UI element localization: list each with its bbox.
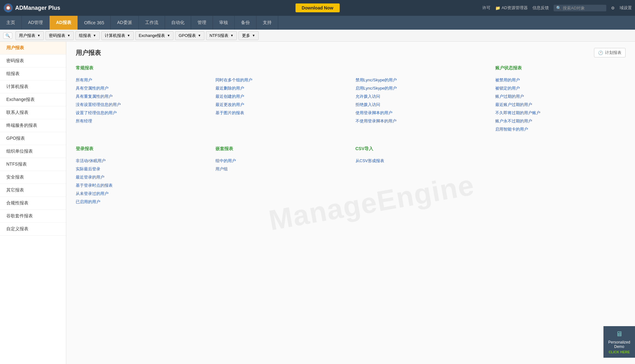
demo-label: PersonalizedDemo: [606, 340, 632, 349]
subnav-gpo-report[interactable]: GPO报表 ▼: [175, 31, 204, 40]
section-general-report-3: 空 禁用Lync/Skype的用户 启用Lync/Skype的用户 允许拨入访问…: [356, 65, 486, 133]
report-from-csv[interactable]: 从CSV形成报表: [356, 157, 486, 165]
feedback-label[interactable]: 信息反馈: [532, 5, 549, 11]
sidebar: 用户报表 密码报表 组报表 计算机报表 Exchange报表 联系人报表 终端服…: [0, 42, 66, 364]
report-enabled-users[interactable]: 已启用的用户: [76, 198, 206, 206]
sub-search-icon: 🔍: [5, 33, 10, 38]
schedule-button[interactable]: 🕐 计划报表: [594, 48, 626, 57]
nav-item-backup[interactable]: 备份: [235, 16, 256, 30]
report-logon-time-based[interactable]: 基于登录时点的报表: [76, 181, 206, 190]
report-users-in-group[interactable]: 组中的用户: [215, 157, 346, 165]
sidebar-item-ntfs-report[interactable]: NTFS报表: [0, 158, 66, 171]
report-locked-users[interactable]: 被锁定的用户: [495, 84, 626, 92]
settings-label[interactable]: 域设置: [620, 5, 632, 11]
search-box[interactable]: 🔍: [554, 5, 606, 11]
report-no-manager-users[interactable]: 没有设置经理信息的用户: [76, 101, 206, 109]
nav-item-office365[interactable]: Office 365: [78, 16, 111, 30]
sections-row-1: 常规报表 所有用户 具有空属性的用户 具有重复属性的用户 没有设置经理信息的用户…: [76, 65, 626, 133]
report-never-logged-in[interactable]: 从未登录过的用户: [76, 190, 206, 198]
search-input[interactable]: [563, 6, 604, 10]
report-photo-based[interactable]: 基于图片的报表: [215, 109, 346, 117]
sidebar-item-terminal-report[interactable]: 终端服务的报表: [0, 119, 66, 132]
ad-resource-button[interactable]: 📁 AD资源管理器: [495, 5, 528, 11]
sidebar-item-contact-report[interactable]: 联系人报表: [0, 106, 66, 119]
report-smartcard-users[interactable]: 启用智能卡的用户: [495, 125, 626, 133]
download-button[interactable]: Download Now: [295, 3, 339, 12]
sections-grid: 常规报表 所有用户 具有空属性的用户 具有重复属性的用户 没有设置经理信息的用户…: [76, 65, 626, 206]
sidebar-item-ou-report[interactable]: 组织单位报表: [0, 145, 66, 158]
top-bar: ADManager Plus Download Now 许可 📁 AD资源管理器…: [0, 0, 635, 16]
nav-item-audit[interactable]: 审核: [213, 16, 235, 30]
report-has-manager-users[interactable]: 设置了经理信息的用户: [76, 109, 206, 117]
subnav-computer-report[interactable]: 计算机报表 ▼: [101, 31, 134, 40]
nav-bar: 主页 AD管理 AD报表 Office 365 AD委派 工作流 自动化 管理 …: [0, 16, 635, 30]
report-never-expire[interactable]: 账户永不过期的用户: [495, 117, 626, 125]
personalized-demo-panel[interactable]: 🖥 PersonalizedDemo CLICK HERE: [603, 326, 635, 358]
section-title-nested: 嵌套报表: [215, 146, 346, 153]
sidebar-item-other-report[interactable]: 其它报表: [0, 184, 66, 197]
report-duplicate-attr-users[interactable]: 具有重复属性的用户: [76, 92, 206, 101]
report-recently-modified[interactable]: 最近更改的用户: [215, 101, 346, 109]
sidebar-item-exchange-report[interactable]: Exchange报表: [0, 93, 66, 106]
section-title-general: 常规报表: [76, 65, 206, 72]
section-title-logon: 登录报表: [76, 146, 206, 153]
nav-item-ad-report[interactable]: AD报表: [50, 16, 78, 30]
report-empty-attr-users[interactable]: 具有空属性的用户: [76, 84, 206, 92]
sub-nav-search[interactable]: 🔍: [3, 32, 12, 39]
report-recently-deleted[interactable]: 最近删除的用户: [215, 84, 346, 92]
subnav-group-report[interactable]: 组报表 ▼: [75, 31, 100, 40]
report-last-logon[interactable]: 实际最后登录: [76, 165, 206, 173]
demo-icon: 🖥: [606, 330, 632, 338]
report-logon-script-users[interactable]: 使用登录脚本的用户: [356, 109, 486, 117]
subnav-user-report[interactable]: 用户报表 ▼: [15, 31, 44, 40]
clock-icon: 🕐: [598, 50, 603, 55]
section-account-status: 账户状态报表 被禁用的用户 被锁定的用户 账户过期的用户 最近账户过期的用户 不…: [495, 65, 626, 133]
subnav-ntfs-report[interactable]: NTFS报表 ▼: [206, 31, 237, 40]
report-multi-group-users[interactable]: 同时在多个组的用户: [215, 76, 346, 84]
sidebar-item-custom-report[interactable]: 自定义报表: [0, 223, 66, 236]
report-deny-dialin[interactable]: 拒绝拨入访问: [356, 101, 486, 109]
report-disabled-users[interactable]: 被禁用的用户: [495, 76, 626, 84]
nav-item-manage[interactable]: 管理: [191, 16, 213, 30]
sidebar-item-security-report[interactable]: 安全报表: [0, 171, 66, 184]
sidebar-item-computer-report[interactable]: 计算机报表: [0, 80, 66, 93]
report-recently-created[interactable]: 最近创建的用户: [215, 92, 346, 101]
sidebar-item-compliance-report[interactable]: 合规性报表: [0, 197, 66, 210]
sidebar-item-google-report[interactable]: 谷歌套件报表: [0, 210, 66, 223]
report-soon-expiring[interactable]: 不久即将过期的用户账户: [495, 109, 626, 117]
sub-nav: 🔍 用户报表 ▼ 密码报表 ▼ 组报表 ▼ 计算机报表 ▼ Exchange报表…: [0, 30, 635, 42]
nav-item-automate[interactable]: 自动化: [165, 16, 191, 30]
nav-item-home[interactable]: 主页: [0, 16, 22, 30]
logo-icon: [3, 3, 13, 13]
chevron-down-icon: ▼: [252, 34, 255, 37]
nav-item-ad-manage[interactable]: AD管理: [22, 16, 50, 30]
report-no-logon-script-users[interactable]: 不使用登录脚本的用户: [356, 117, 486, 125]
chevron-down-icon: ▼: [67, 34, 70, 37]
subnav-more[interactable]: 更多 ▼: [238, 31, 259, 40]
report-recently-expired[interactable]: 最近账户过期的用户: [495, 101, 626, 109]
sidebar-item-group-report[interactable]: 组报表: [0, 68, 66, 80]
nav-item-ad-delegate[interactable]: AD委派: [111, 16, 138, 30]
report-user-groups[interactable]: 用户组: [215, 165, 346, 173]
nav-item-workflow[interactable]: 工作流: [139, 16, 165, 30]
sidebar-item-password-report[interactable]: 密码报表: [0, 55, 66, 68]
sidebar-item-user-report[interactable]: 用户报表: [0, 42, 66, 55]
subnav-exchange-report[interactable]: Exchange报表 ▼: [135, 31, 174, 40]
report-recently-logged-in[interactable]: 最近登录的用户: [76, 173, 206, 181]
report-lync-enabled[interactable]: 启用Lync/Skype的用户: [356, 84, 486, 92]
subnav-password-report[interactable]: 密码报表 ▼: [45, 31, 74, 40]
report-inactive-users[interactable]: 非活动/休眠用户: [76, 157, 206, 165]
schedule-label: 计划报表: [605, 50, 621, 56]
report-allow-dialin[interactable]: 允许拨入访问: [356, 92, 486, 101]
report-all-users[interactable]: 所有用户: [76, 76, 206, 84]
report-lync-disabled[interactable]: 禁用Lync/Skype的用户: [356, 76, 486, 84]
section-csv-import: CSV导入 从CSV形成报表: [356, 146, 486, 206]
sidebar-item-gpo-report[interactable]: GPO报表: [0, 132, 66, 145]
report-expired-accounts[interactable]: 账户过期的用户: [495, 92, 626, 101]
nav-item-support[interactable]: 支持: [256, 16, 278, 30]
folder-icon: 📁: [495, 6, 500, 10]
top-right-area: 许可 📁 AD资源管理器 信息反馈 🔍 ⚙ 域设置: [482, 5, 632, 11]
report-all-managers[interactable]: 所有经理: [76, 117, 206, 125]
settings-icon[interactable]: ⚙: [611, 6, 615, 10]
logo-text: ADManager Plus: [15, 5, 60, 11]
